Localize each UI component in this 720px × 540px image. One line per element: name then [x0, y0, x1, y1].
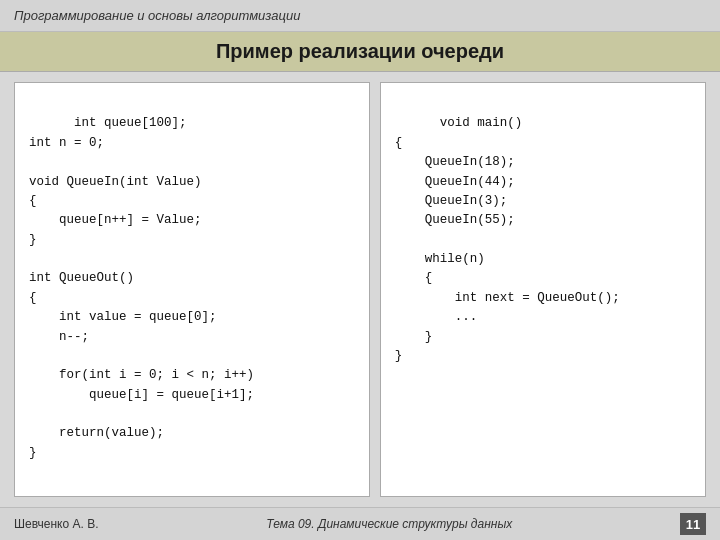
code-text-left: int queue[100]; int n = 0; void QueueIn(… [29, 116, 254, 459]
page: Программирование и основы алгоритмизации… [0, 0, 720, 540]
content-area: int queue[100]; int n = 0; void QueueIn(… [0, 72, 720, 507]
code-block-left: int queue[100]; int n = 0; void QueueIn(… [14, 82, 370, 497]
footer-page-number: 11 [680, 513, 706, 535]
footer-topic: Тема 09. Динамические структуры данных [266, 517, 512, 531]
header-title: Программирование и основы алгоритмизации [14, 8, 300, 23]
header-bar: Программирование и основы алгоритмизации [0, 0, 720, 32]
slide-title-bar: Пример реализации очереди [0, 32, 720, 72]
footer-bar: Шевченко А. В. Тема 09. Динамические стр… [0, 507, 720, 540]
slide-title: Пример реализации очереди [216, 40, 504, 62]
code-text-right: void main() { QueueIn(18); QueueIn(44); … [395, 116, 620, 363]
code-block-right: void main() { QueueIn(18); QueueIn(44); … [380, 82, 706, 497]
footer-author: Шевченко А. В. [14, 517, 98, 531]
